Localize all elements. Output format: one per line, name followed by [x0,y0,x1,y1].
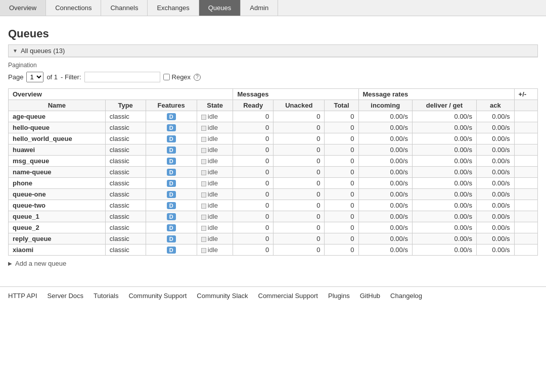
cell-ack: 0.00/s [476,111,514,122]
cell-name: name-queue [9,167,106,178]
table-wrapper: Overview Messages Message rates +/- Name… [8,88,538,271]
cell-incoming: 0.00/s [358,200,412,211]
cell-deliver-get: 0.00/s [412,144,476,156]
table-row[interactable]: queue_2 classic D idle 0 0 0 0.00/s 0.00… [9,222,538,233]
footer-link-commercial-support[interactable]: Commercial Support [258,292,318,300]
add-queue-link[interactable]: Add a new queue [15,260,66,267]
table-row[interactable]: hello-queue classic D idle 0 0 0 0.00/s … [9,122,538,133]
state-box [201,226,206,231]
cell-state: idle [197,122,233,133]
table-row[interactable]: age-queue classic D idle 0 0 0 0.00/s 0.… [9,111,538,122]
table-row[interactable]: msg_queue classic D idle 0 0 0 0.00/s 0.… [9,156,538,167]
feature-tag: D [167,235,176,242]
cell-deliver-get: 0.00/s [412,233,476,244]
cell-unacked: 0 [274,144,325,156]
footer-link-plugins[interactable]: Plugins [328,292,350,300]
cell-ack: 0.00/s [476,167,514,178]
cell-total: 0 [325,211,358,222]
cell-unacked: 0 [274,178,325,189]
help-icon[interactable]: ? [194,74,201,81]
cell-extra [514,122,537,133]
pagination-controls: Page 1 of 1 - Filter: Regex ? [8,72,538,82]
cell-state: idle [197,133,233,144]
cell-state: idle [197,200,233,211]
table-row[interactable]: queue_1 classic D idle 0 0 0 0.00/s 0.00… [9,211,538,222]
feature-tag: D [167,135,176,142]
footer-link-community-support[interactable]: Community Support [128,292,187,300]
cell-incoming: 0.00/s [358,133,412,144]
cell-extra [514,200,537,211]
cell-type: classic [105,156,146,167]
pagination-section: Pagination Page 1 of 1 - Filter: Regex ? [8,57,538,84]
all-queues-label: All queues (13) [21,47,65,55]
cell-features: D [146,189,197,200]
cell-incoming: 0.00/s [358,244,412,256]
cell-extra [514,211,537,222]
nav-item-overview[interactable]: Overview [0,0,46,16]
cell-deliver-get: 0.00/s [412,167,476,178]
table-row[interactable]: reply_queue classic D idle 0 0 0 0.00/s … [9,233,538,244]
cell-incoming: 0.00/s [358,111,412,122]
state-box [201,170,206,175]
nav-item-channels[interactable]: Channels [101,0,148,16]
state-box [201,148,206,153]
cell-incoming: 0.00/s [358,233,412,244]
cell-state: idle [197,167,233,178]
col-group-row: Overview Messages Message rates +/- [9,89,538,100]
footer-link-http-api[interactable]: HTTP API [8,292,37,300]
cell-features: D [146,178,197,189]
cell-unacked: 0 [274,189,325,200]
state-box [201,215,206,220]
nav-item-queues[interactable]: Queues [199,0,241,16]
table-row[interactable]: queue-one classic D idle 0 0 0 0.00/s 0.… [9,189,538,200]
table-row[interactable]: phone classic D idle 0 0 0 0.00/s 0.00/s… [9,178,538,189]
feature-tag: D [167,146,176,154]
filter-input[interactable] [84,72,160,82]
cell-unacked: 0 [274,222,325,233]
table-row[interactable]: hello_world_queue classic D idle 0 0 0 0… [9,133,538,144]
feature-tag: D [167,158,176,165]
footer-link-tutorials[interactable]: Tutorials [94,292,118,300]
cell-ack: 0.00/s [476,189,514,200]
col-total: Total [325,100,358,111]
nav-item-exchanges[interactable]: Exchanges [148,0,199,16]
cell-incoming: 0.00/s [358,189,412,200]
feature-tag: D [167,124,176,131]
nav-item-admin[interactable]: Admin [241,0,278,16]
nav-item-connections[interactable]: Connections [46,0,101,16]
cell-ack: 0.00/s [476,178,514,189]
cell-name: queue_2 [9,222,106,233]
table-row[interactable]: name-queue classic D idle 0 0 0 0.00/s 0… [9,167,538,178]
cell-type: classic [105,244,146,256]
expand-icon[interactable]: ▶ [8,261,12,266]
cell-total: 0 [325,200,358,211]
cell-type: classic [105,211,146,222]
col-deliver-get: deliver / get [412,100,476,111]
cell-state: idle [197,189,233,200]
of-label: of 1 [47,73,58,81]
footer-link-changelog[interactable]: Changelog [390,292,422,300]
cell-extra [514,233,537,244]
cell-type: classic [105,122,146,133]
footer-link-community-slack[interactable]: Community Slack [197,292,248,300]
cell-name: age-queue [9,111,106,122]
cell-ready: 0 [233,211,274,222]
cell-incoming: 0.00/s [358,122,412,133]
table-row[interactable]: xiaomi classic D idle 0 0 0 0.00/s 0.00/… [9,244,538,256]
collapse-icon[interactable]: ▼ [13,48,18,54]
cell-unacked: 0 [274,133,325,144]
page-select[interactable]: 1 [26,72,43,82]
col-group-messages: Messages [233,89,358,100]
cell-type: classic [105,133,146,144]
footer-link-server-docs[interactable]: Server Docs [48,292,84,300]
cell-total: 0 [325,111,358,122]
cell-total: 0 [325,133,358,144]
table-row[interactable]: queue-two classic D idle 0 0 0 0.00/s 0.… [9,200,538,211]
regex-checkbox[interactable] [163,74,170,80]
table-row[interactable]: huawei classic D idle 0 0 0 0.00/s 0.00/… [9,144,538,156]
footer-link-github[interactable]: GitHub [360,292,380,300]
plus-minus-btn[interactable]: +/- [514,89,537,100]
cell-extra [514,133,537,144]
cell-name: reply_queue [9,233,106,244]
cell-ready: 0 [233,133,274,144]
